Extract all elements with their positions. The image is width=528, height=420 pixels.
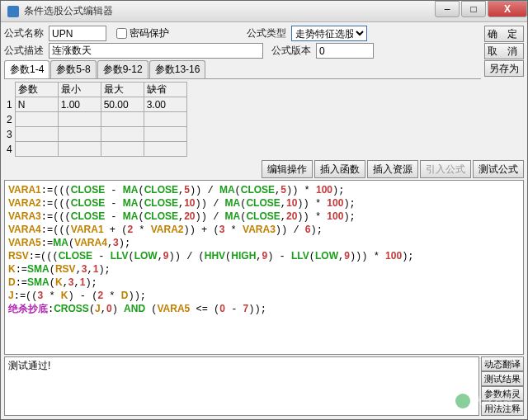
param-cell[interactable] (147, 127, 184, 141)
password-checkbox[interactable]: 密码保护 (116, 26, 169, 40)
param-table: 参数最小最大缺省 1234 (4, 82, 187, 157)
edit-ops-button[interactable]: 编辑操作 (262, 160, 313, 178)
minimize-button[interactable]: – (435, 1, 460, 17)
param-cell[interactable] (104, 127, 141, 141)
ok-button[interactable]: 确 定 (484, 26, 524, 42)
tab-params-13-16[interactable]: 参数13-16 (149, 60, 206, 78)
param-cell[interactable] (61, 97, 98, 111)
content-area: 公式名称 密码保护 公式类型 走势特征选股 公式描述 公式版本 参数1-4 参数… (1, 22, 527, 419)
label-desc: 公式描述 (4, 44, 45, 58)
param-cell[interactable] (147, 142, 184, 156)
tab-params-1-4[interactable]: 参数1-4 (4, 60, 50, 78)
code-editor[interactable]: VARA1:=(((CLOSE - MA(CLOSE,5)) / MA(CLOS… (4, 180, 524, 355)
param-cell[interactable] (18, 97, 55, 111)
close-button[interactable]: X (488, 1, 527, 17)
table-row: 2 (4, 112, 186, 127)
param-wizard-button[interactable]: 参数精灵 (481, 386, 524, 401)
table-row: 1 (4, 97, 186, 112)
formula-desc-input[interactable] (49, 43, 263, 59)
import-formula-button[interactable]: 引入公式 (420, 160, 471, 178)
table-row: 3 (4, 127, 186, 142)
cancel-button[interactable]: 取 消 (484, 43, 524, 59)
param-cell[interactable] (61, 112, 98, 126)
tab-params-9-12[interactable]: 参数9-12 (97, 60, 148, 78)
param-cell[interactable] (18, 127, 55, 141)
param-cell[interactable] (61, 127, 98, 141)
param-cell[interactable] (18, 142, 55, 156)
formula-name-input[interactable] (49, 26, 106, 41)
test-result-button[interactable]: 测试结果 (481, 371, 524, 386)
titlebar[interactable]: 条件选股公式编辑器 – □ X (1, 1, 527, 22)
status-message: 测试通过! (4, 356, 479, 416)
window-title: 条件选股公式编辑器 (24, 4, 433, 18)
param-cell[interactable] (104, 112, 141, 126)
param-cell[interactable] (61, 142, 98, 156)
usage-notes-button[interactable]: 用法注释 (481, 401, 524, 416)
label-name: 公式名称 (4, 26, 45, 40)
param-cell[interactable] (147, 112, 184, 126)
param-tabs: 参数1-4 参数5-8 参数9-12 参数13-16 (4, 60, 481, 79)
label-ver: 公式版本 (271, 44, 313, 58)
saveas-button[interactable]: 另存为 (484, 60, 524, 77)
editor-window: 条件选股公式编辑器 – □ X 公式名称 密码保护 公式类型 走势特征选股 公式… (0, 0, 528, 420)
param-cell[interactable] (18, 112, 55, 126)
param-cell[interactable] (104, 142, 141, 156)
app-icon (7, 6, 19, 17)
maximize-button[interactable]: □ (461, 1, 486, 17)
tab-params-5-8[interactable]: 参数5-8 (50, 60, 96, 78)
label-type: 公式类型 (247, 26, 288, 40)
param-cell[interactable] (147, 97, 184, 111)
table-row: 4 (4, 142, 186, 157)
code-toolbar: 编辑操作 插入函数 插入资源 引入公式 测试公式 (4, 160, 524, 178)
test-formula-button[interactable]: 测试公式 (473, 160, 524, 178)
formula-type-select[interactable]: 走势特征选股 (291, 26, 367, 41)
formula-ver-input[interactable] (316, 43, 374, 59)
insert-func-button[interactable]: 插入函数 (314, 160, 365, 178)
param-cell[interactable] (104, 97, 141, 111)
insert-res-button[interactable]: 插入资源 (367, 160, 418, 178)
dynamic-translate-button[interactable]: 动态翻译 (481, 356, 524, 371)
